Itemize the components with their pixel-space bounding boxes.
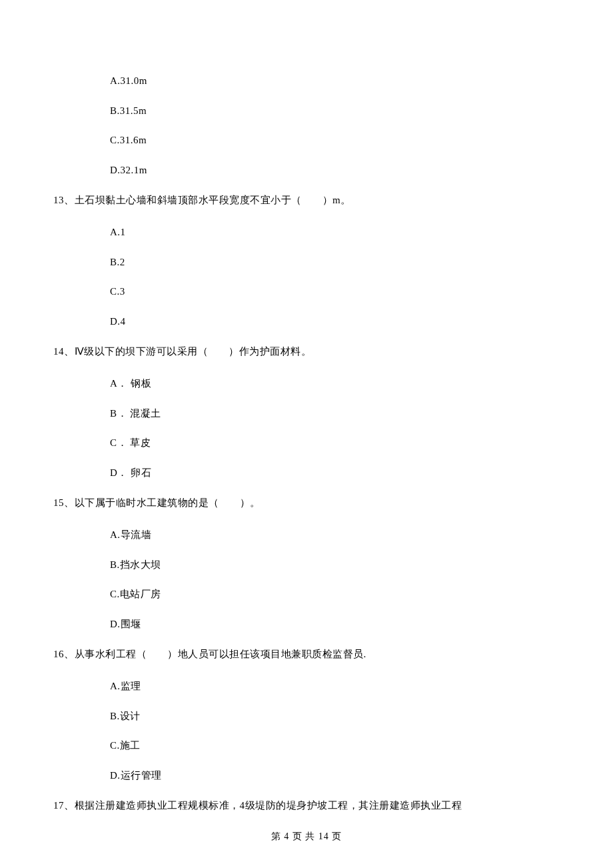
question-16: 16、从事水利工程（ ）地人员可以担任该项目地兼职质检监督员. xyxy=(53,646,560,662)
option-b: B.2 xyxy=(110,255,560,270)
option-b: B.设计 xyxy=(110,709,560,724)
option-c: C.3 xyxy=(110,284,560,299)
option-d: D.32.1m xyxy=(110,163,560,178)
option-c: C． 草皮 xyxy=(110,435,560,451)
option-d: D.运行管理 xyxy=(110,768,560,783)
option-c: C.电站厂房 xyxy=(110,587,560,602)
question-16-options: A.监理 B.设计 C.施工 D.运行管理 xyxy=(53,679,560,783)
question-15-options: A.导流墙 B.挡水大坝 C.电站厂房 D.围堰 xyxy=(53,527,560,631)
page-footer: 第 4 页 共 14 页 xyxy=(0,831,613,843)
question-text: Ⅳ级以下的坝下游可以采用（ ）作为护面材料。 xyxy=(75,346,312,357)
question-14: 14、Ⅳ级以下的坝下游可以采用（ ）作为护面材料。 xyxy=(53,343,560,359)
question-text: 根据注册建造师执业工程规模标准，4级堤防的堤身护坡工程，其注册建造师执业工程 xyxy=(75,800,462,811)
question-number: 17、 xyxy=(53,800,75,811)
option-d: D.4 xyxy=(110,314,560,329)
question-12-options-tail: A.31.0m B.31.5m C.31.6m D.32.1m xyxy=(53,73,560,177)
option-a: A.导流墙 xyxy=(110,527,560,543)
option-a: A.1 xyxy=(110,225,560,240)
question-14-options: A． 钢板 B． 混凝土 C． 草皮 D． 卵石 xyxy=(53,376,560,480)
question-number: 16、 xyxy=(53,649,75,659)
option-a: A． 钢板 xyxy=(110,376,560,391)
question-13-options: A.1 B.2 C.3 D.4 xyxy=(53,225,560,329)
option-d: D． 卵石 xyxy=(110,465,560,481)
question-text: 以下属于临时水工建筑物的是（ ）。 xyxy=(75,497,261,508)
question-number: 15、 xyxy=(53,497,75,508)
option-b: B.31.5m xyxy=(110,103,560,119)
question-13: 13、土石坝黏土心墙和斜墙顶部水平段宽度不宜小于（ ）m。 xyxy=(53,192,560,208)
option-c: C.31.6m xyxy=(110,133,560,148)
option-c: C.施工 xyxy=(110,738,560,753)
document-page: A.31.0m B.31.5m C.31.6m D.32.1m 13、土石坝黏土… xyxy=(0,0,613,813)
question-text: 土石坝黏土心墙和斜墙顶部水平段宽度不宜小于（ ）m。 xyxy=(75,195,351,205)
question-15: 15、以下属于临时水工建筑物的是（ ）。 xyxy=(53,495,560,511)
question-17: 17、根据注册建造师执业工程规模标准，4级堤防的堤身护坡工程，其注册建造师执业工… xyxy=(53,797,560,813)
option-b: B． 混凝土 xyxy=(110,406,560,421)
question-number: 13、 xyxy=(53,195,75,205)
option-d: D.围堰 xyxy=(110,617,560,632)
option-a: A.监理 xyxy=(110,679,560,694)
option-b: B.挡水大坝 xyxy=(110,557,560,573)
option-a: A.31.0m xyxy=(110,73,560,89)
question-text: 从事水利工程（ ）地人员可以担任该项目地兼职质检监督员. xyxy=(75,649,366,659)
question-number: 14、 xyxy=(53,346,75,357)
